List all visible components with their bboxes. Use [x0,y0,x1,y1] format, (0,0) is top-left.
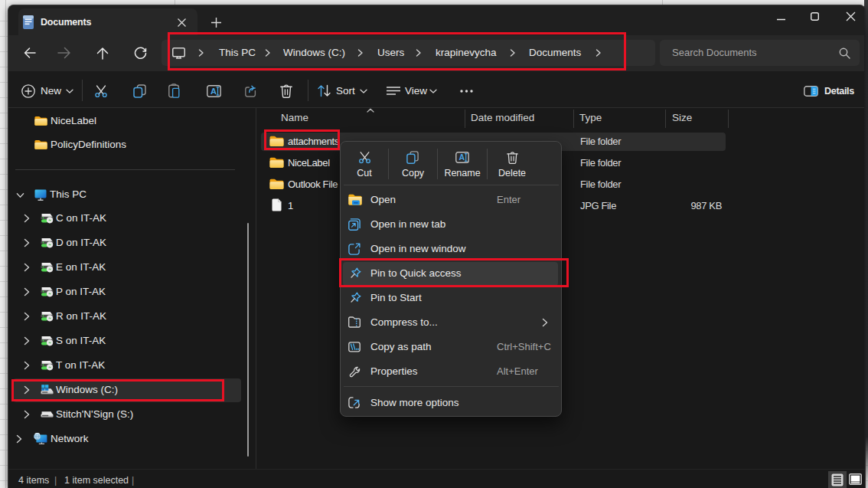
svg-text:A: A [210,87,217,96]
svg-text:A: A [459,152,465,162]
